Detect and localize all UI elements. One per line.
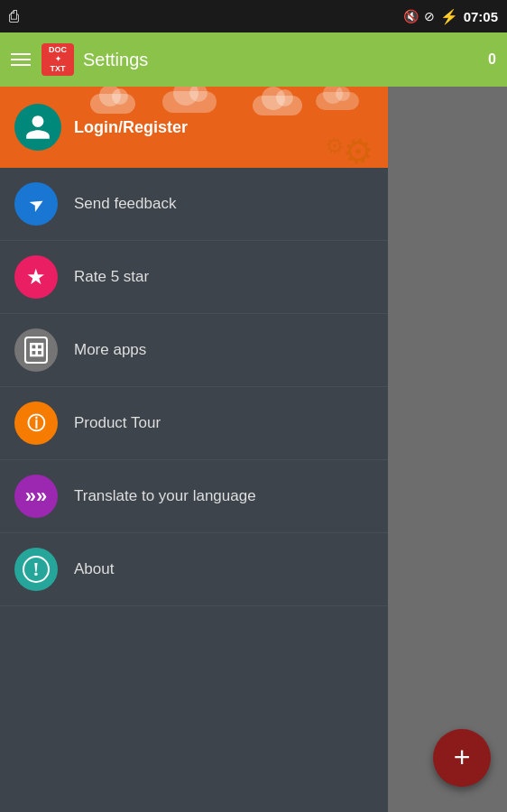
product-tour-icon: ⓘ [27,411,45,436]
cloud-3 [253,96,302,115]
send-feedback-icon: ➤ [24,190,49,217]
status-bar: ⎙ 🔇 ⊘ ⚡ 07:05 [0,0,507,32]
menu-item-rate-star[interactable]: ★ Rate 5 star [0,241,388,314]
rate-star-label: Rate 5 star [74,268,149,286]
user-icon [23,113,52,142]
fab-plus-icon: + [454,743,471,771]
translate-icon-circle: »» [14,475,58,518]
fab-button[interactable]: + [433,729,491,787]
rate-star-icon: ★ [26,264,46,290]
status-right: 🔇 ⊘ ⚡ 07:05 [403,8,498,25]
logo-line1: DOC [49,45,67,55]
cloud-2 [162,91,217,113]
cloud-1 [90,94,135,114]
block-icon: ⊘ [424,9,435,23]
hamburger-menu-icon[interactable] [11,53,31,66]
more-apps-icon-circle: ⊞ [14,328,58,372]
about-icon: ! [23,556,50,583]
menu-list: ➤ Send feedback ★ Rate 5 star ⊞ More app… [0,168,388,606]
status-left: ⎙ [9,7,19,26]
battery-icon: ⚡ [440,8,458,25]
translate-label: Translate to your language [74,487,256,505]
translate-icon: »» [25,484,47,508]
rate-star-icon-circle: ★ [14,255,58,299]
mute-icon: 🔇 [403,9,419,23]
menu-item-send-feedback[interactable]: ➤ Send feedback [0,168,388,241]
app-title: Settings [83,50,488,70]
product-tour-label: Product Tour [74,414,161,432]
menu-item-about[interactable]: ! About [0,533,388,606]
app-bar: DOC ✦ TXT Settings 0 [0,32,507,87]
left-panel: ⚙ ⚙ Login/Register ➤ Send feedback [0,87,388,812]
menu-item-more-apps[interactable]: ⊞ More apps [0,314,388,387]
logo-line3: TXT [51,64,66,74]
product-tour-icon-circle: ⓘ [14,401,58,445]
time-display: 07:05 [464,9,498,24]
cloud-4 [316,92,359,110]
main-content: ⚙ ⚙ Login/Register ➤ Send feedback [0,87,507,812]
gear-icon-large: ⚙ [339,129,376,168]
usb-icon: ⎙ [9,7,19,26]
gear-icon-small: ⚙ [324,133,346,160]
logo-line2: ✦ [55,55,61,64]
right-panel: + [388,87,507,812]
notification-badge: 0 [488,51,496,68]
about-icon-circle: ! [14,548,58,591]
more-apps-icon: ⊞ [24,337,48,364]
menu-item-product-tour[interactable]: ⓘ Product Tour [0,387,388,460]
send-feedback-icon-circle: ➤ [14,182,58,226]
more-apps-label: More apps [74,341,146,359]
send-feedback-label: Send feedback [74,195,176,213]
avatar [14,104,61,151]
about-label: About [74,560,114,578]
menu-item-translate[interactable]: »» Translate to your language [0,460,388,533]
app-logo: DOC ✦ TXT [41,43,74,76]
login-banner[interactable]: ⚙ ⚙ Login/Register [0,87,388,168]
login-label: Login/Register [74,118,188,137]
